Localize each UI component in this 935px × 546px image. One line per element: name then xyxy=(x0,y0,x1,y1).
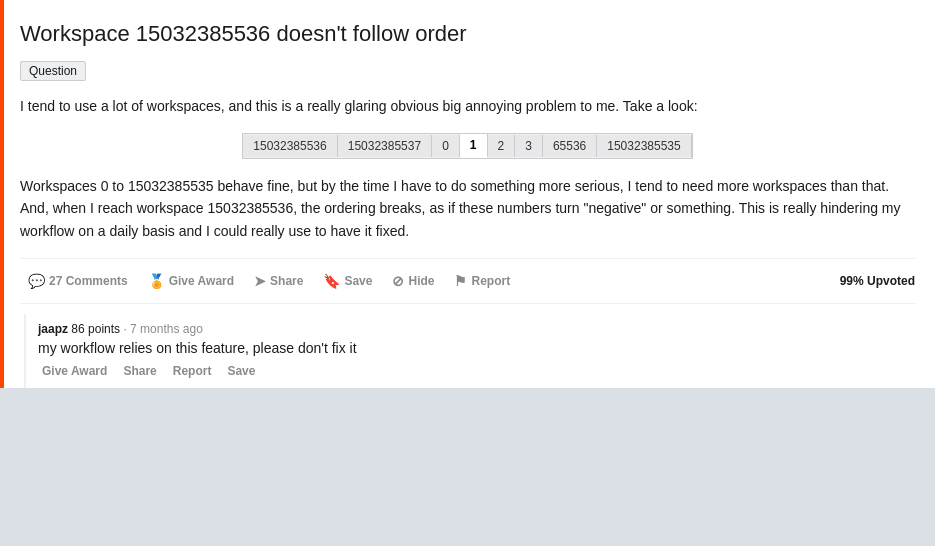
ws-tab-5: 2 xyxy=(488,135,516,157)
give-award-button[interactable]: 🏅 Give Award xyxy=(140,267,242,295)
comment-save-button[interactable]: Save xyxy=(223,362,259,380)
report-icon: ⚑ xyxy=(454,273,467,289)
comment-actions: Give Award Share Report Save xyxy=(38,362,915,380)
post-body-1: I tend to use a lot of workspaces, and t… xyxy=(20,95,915,117)
comment-meta: jaapz 86 points · 7 months ago xyxy=(38,322,915,336)
save-label: Save xyxy=(344,274,372,288)
share-button[interactable]: ➤ Share xyxy=(246,267,311,295)
save-icon: 🔖 xyxy=(323,273,340,289)
post-body-2: Workspaces 0 to 15032385535 behave fine,… xyxy=(20,175,915,242)
award-icon: 🏅 xyxy=(148,273,165,289)
comments-label: 27 Comments xyxy=(49,274,128,288)
comment-body: my workflow relies on this feature, plea… xyxy=(38,340,915,356)
comment-author: jaapz xyxy=(38,322,68,336)
comment-share-button[interactable]: Share xyxy=(119,362,160,380)
hide-button[interactable]: ⊘ Hide xyxy=(384,267,442,295)
comment-report-button[interactable]: Report xyxy=(169,362,216,380)
comment-section: jaapz 86 points · 7 months ago my workfl… xyxy=(20,303,915,388)
ws-tab-6: 3 xyxy=(515,135,543,157)
ws-tab-4-active: 1 xyxy=(460,134,488,158)
report-button[interactable]: ⚑ Report xyxy=(446,267,518,295)
ws-tab-3: 0 xyxy=(432,135,460,157)
vote-bar xyxy=(0,0,4,388)
save-button[interactable]: 🔖 Save xyxy=(315,267,380,295)
ws-tab-2: 15032385537 xyxy=(338,135,432,157)
comment-item: jaapz 86 points · 7 months ago my workfl… xyxy=(24,314,915,388)
workspace-tabs-display: 15032385536 15032385537 0 1 2 3 65536 15… xyxy=(242,133,692,159)
ws-tab-8: 15032385535 xyxy=(597,135,691,157)
post-title: Workspace 15032385536 doesn't follow ord… xyxy=(20,20,915,49)
post-actions-bar: 💬 27 Comments 🏅 Give Award ➤ Share 🔖 Sav… xyxy=(20,258,915,303)
ws-tab-1: 15032385536 xyxy=(243,135,337,157)
share-label: Share xyxy=(270,274,303,288)
hide-label: Hide xyxy=(408,274,434,288)
report-label: Report xyxy=(471,274,510,288)
hide-icon: ⊘ xyxy=(392,273,404,289)
comment-icon: 💬 xyxy=(28,273,45,289)
comment-separator: · xyxy=(123,322,126,336)
comment-time: 7 months ago xyxy=(130,322,203,336)
comments-button[interactable]: 💬 27 Comments xyxy=(20,267,136,295)
post-container: Workspace 15032385536 doesn't follow ord… xyxy=(0,0,935,388)
workspace-screenshot: 15032385536 15032385537 0 1 2 3 65536 15… xyxy=(20,133,915,159)
give-award-label: Give Award xyxy=(169,274,234,288)
comment-give-award-button[interactable]: Give Award xyxy=(38,362,111,380)
comment-points: 86 points xyxy=(71,322,120,336)
flair-tag[interactable]: Question xyxy=(20,61,86,81)
share-icon: ➤ xyxy=(254,273,266,289)
upvote-score: 99% Upvoted xyxy=(840,274,915,288)
ws-tab-7: 65536 xyxy=(543,135,597,157)
